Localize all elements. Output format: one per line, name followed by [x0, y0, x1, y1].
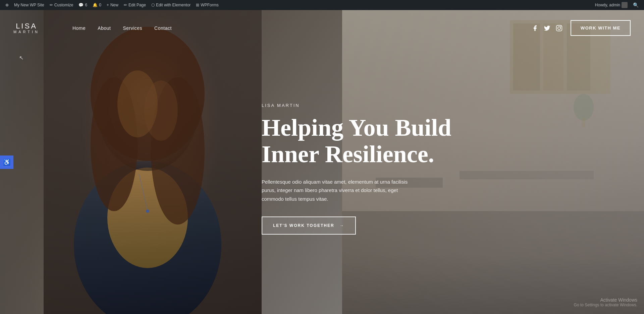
logo-name: LISA	[13, 22, 40, 30]
work-with-me-button[interactable]: WORK WITH ME	[571, 20, 631, 36]
admin-site-name[interactable]: My New WP Site	[11, 0, 47, 10]
svg-rect-21	[44, 10, 262, 314]
hero-headline-line1: Helping You Build	[262, 114, 451, 141]
instagram-icon[interactable]	[556, 25, 562, 32]
main-navigation: Home About Services Contact	[66, 25, 532, 31]
accessibility-button[interactable]: ♿	[0, 155, 13, 169]
cta-label: LET'S WORK TOGETHER	[273, 223, 334, 228]
cta-arrow-icon: →	[340, 223, 344, 228]
nav-about[interactable]: About	[92, 25, 117, 31]
admin-pending[interactable]: 🔔 0	[90, 0, 104, 10]
svg-rect-22	[556, 25, 562, 31]
wpforms-icon: ⊞	[196, 3, 199, 7]
admin-edit-page[interactable]: ✏ Edit Page	[121, 0, 149, 10]
nav-contact[interactable]: Contact	[148, 25, 178, 31]
admin-wp-icon[interactable]: ⊕	[3, 0, 11, 10]
admin-elementor[interactable]: ⬡ Edit with Elementor	[149, 0, 193, 10]
hero-content: LISA MARTIN Helping You Build Inner Resi…	[262, 89, 584, 235]
hero-name-tag: LISA MARTIN	[262, 103, 584, 108]
windows-activate-title: Activate Windows	[574, 297, 637, 303]
site-wrapper: LISA MARTIN Home About Services Contact	[0, 10, 644, 314]
windows-watermark: Activate Windows Go to Settings to activ…	[574, 297, 637, 307]
svg-point-24	[560, 26, 561, 27]
admin-comments[interactable]: 💬 6	[76, 0, 90, 10]
windows-activate-subtitle: Go to Settings to activate Windows.	[574, 303, 637, 307]
pending-icon: 🔔	[93, 3, 98, 7]
admin-bar-right: Howdy, admin 🔍	[592, 2, 641, 8]
new-icon: +	[107, 3, 109, 7]
person-svg	[44, 10, 262, 314]
edit-icon: ✏	[124, 3, 127, 7]
header-social	[532, 25, 562, 32]
hero-person-image	[44, 10, 262, 314]
comments-icon: 💬	[78, 3, 84, 7]
hero-subtext: Pellentesque odio aliquam vitae amet, el…	[262, 178, 413, 203]
site-name-text: My New WP Site	[14, 3, 44, 7]
admin-wpforms[interactable]: ⊞ WPForms	[193, 0, 221, 10]
svg-point-23	[558, 26, 560, 29]
twitter-icon[interactable]	[544, 25, 550, 32]
cta-button[interactable]: LET'S WORK TOGETHER →	[262, 216, 356, 235]
accessibility-icon: ♿	[3, 159, 10, 166]
hero-headline: Helping You Build Inner Resilience.	[262, 115, 584, 168]
logo-surname: MARTIN	[13, 30, 40, 34]
hero-headline-line2: Inner Resilience.	[262, 141, 434, 168]
facebook-icon[interactable]	[532, 25, 538, 32]
admin-bar: ⊕ My New WP Site ✏ Customize 💬 6 🔔 0 + N…	[0, 0, 644, 10]
wp-icon: ⊕	[5, 3, 9, 7]
admin-search-button[interactable]: 🔍	[630, 2, 641, 8]
nav-services[interactable]: Services	[117, 25, 148, 31]
nav-home[interactable]: Home	[66, 25, 92, 31]
admin-avatar	[622, 2, 628, 8]
admin-customize[interactable]: ✏ Customize	[47, 0, 76, 10]
admin-new[interactable]: + New	[104, 0, 121, 10]
site-header: LISA MARTIN Home About Services Contact	[0, 10, 644, 46]
site-logo[interactable]: LISA MARTIN	[13, 22, 40, 34]
admin-howdy[interactable]: Howdy, admin	[592, 2, 630, 8]
elementor-icon: ⬡	[151, 3, 155, 7]
customize-icon: ✏	[50, 3, 53, 7]
